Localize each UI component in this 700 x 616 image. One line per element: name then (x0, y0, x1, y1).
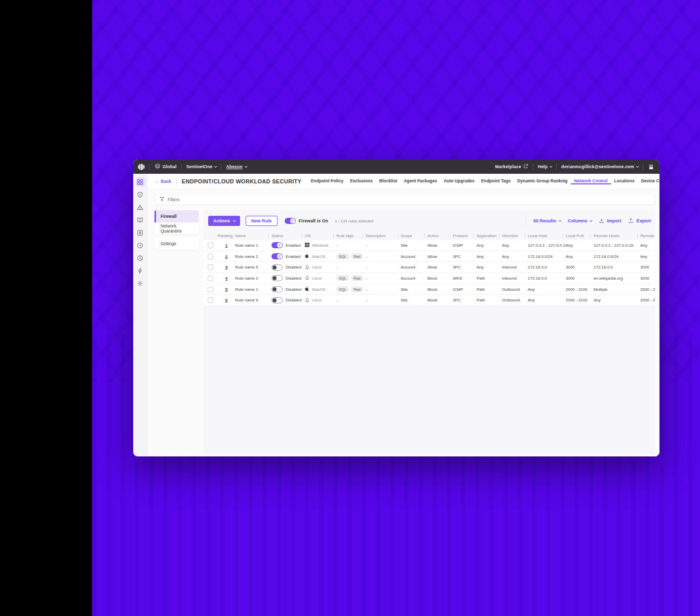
tab-locations[interactable]: Locations (611, 178, 638, 184)
ranking-link[interactable]: 3 (221, 265, 231, 270)
table-row[interactable]: 4Rule name 2DisabledLinuxSQLRed–AccountB… (204, 273, 655, 284)
import-button[interactable]: Import (599, 218, 621, 224)
history-clock-icon[interactable] (136, 241, 145, 250)
subnav-item-network-quarantine[interactable]: Network Quarantine (154, 222, 199, 235)
column-header-direction[interactable]: Direction (502, 234, 528, 239)
cell-remote-hosts: Multiple (594, 287, 640, 292)
cell-description: – (366, 265, 401, 270)
column-header-local-host[interactable]: Local Host (528, 234, 566, 239)
ranking-link[interactable]: 5 (221, 287, 231, 292)
ranking-link[interactable]: 4 (221, 276, 231, 281)
table-row[interactable]: 2Rule name 2✓EnabledMacOSSQLRed–AccountA… (204, 251, 655, 262)
row-checkbox[interactable] (208, 276, 213, 281)
subnav-item-settings[interactable]: Settings (154, 238, 199, 250)
cell-remote-port: 2000 - 2100 (640, 298, 655, 302)
tab-blocklist[interactable]: Blocklist (376, 178, 400, 184)
cell-application: Any (477, 254, 502, 259)
back-button[interactable]: ← Back (155, 179, 171, 184)
column-header-name[interactable]: Name (235, 234, 271, 239)
tab-device-control[interactable]: Device Control (638, 178, 659, 184)
actions-button[interactable]: Actions (208, 216, 240, 226)
tab-exclusions[interactable]: Exclusions (346, 178, 376, 184)
results-count-dropdown[interactable]: 50 Results (533, 218, 561, 223)
settings-gear-icon[interactable] (136, 279, 145, 288)
table-row[interactable]: 6Rule name 5DisabledLinux––SiteBlock3PCP… (204, 295, 655, 306)
tab-endpoint-policy[interactable]: Endpoint Policy (307, 178, 346, 184)
marketplace-link[interactable]: Marketplace (495, 164, 528, 170)
status-toggle[interactable]: ✓ (271, 253, 283, 259)
shield-alert-icon[interactable] (136, 190, 145, 199)
table-header-row: RankingNameStatusOSRule tagsDescriptionS… (204, 232, 655, 240)
org-menu[interactable]: SentinelOne (186, 164, 217, 169)
status-toggle[interactable]: ✓ (271, 242, 283, 248)
user-menu[interactable]: dorianmcgillick@sentinelone.com (561, 164, 638, 169)
firewall-toggle[interactable]: ✓ (285, 218, 296, 224)
cell-local-host: Any (528, 287, 566, 292)
column-header-remote-hosts[interactable]: Remote Hosts (594, 234, 640, 239)
windows-icon (305, 243, 309, 248)
cell-rule-tags: SQLRed (336, 275, 366, 281)
filters-bar[interactable]: Filters (154, 194, 655, 205)
new-rule-button[interactable]: New Rule (246, 216, 278, 226)
cell-name: Rule name 1 (235, 243, 271, 248)
status-toggle[interactable] (271, 264, 283, 271)
column-header-scope[interactable]: Scope (401, 234, 427, 239)
column-header-os[interactable]: OS (305, 234, 336, 239)
row-checkbox[interactable] (208, 243, 213, 248)
table-row[interactable]: 3Rule name 5DisabledLinux––AccountAllow3… (204, 262, 655, 273)
row-checkbox[interactable] (208, 264, 213, 270)
console-printer-icon[interactable] (648, 164, 654, 170)
status-toggle[interactable] (271, 297, 283, 303)
row-checkbox[interactable] (208, 254, 213, 259)
tab-network-control[interactable]: Network Control (571, 178, 611, 184)
column-header-rule-tags[interactable]: Rule tags (336, 234, 366, 239)
table-row[interactable]: 1Rule name 1✓EnabledWindows––SiteAllowIC… (204, 240, 655, 251)
columns-dropdown[interactable]: Columns (568, 218, 592, 223)
lightning-icon[interactable] (136, 266, 145, 275)
library-book-icon[interactable] (136, 215, 145, 224)
status-toggle[interactable] (271, 286, 283, 292)
warning-triangle-icon[interactable] (136, 203, 145, 212)
pie-chart-icon[interactable] (136, 253, 145, 262)
subnav-item-firewall[interactable]: Firewall (154, 210, 199, 222)
cell-description: – (366, 298, 401, 302)
column-header-description[interactable]: Description (366, 234, 401, 239)
help-menu[interactable]: Help (538, 164, 552, 169)
cell-local-port: 2000 - 2100 (566, 287, 594, 292)
rule-tag-chip[interactable]: Red (351, 253, 363, 259)
column-header-ranking[interactable]: Ranking (218, 234, 235, 239)
status-toggle[interactable] (271, 275, 283, 281)
rule-tag-chip[interactable]: SQL (336, 286, 349, 292)
rule-tag-chip[interactable]: SQL (336, 275, 349, 281)
tab-endpoint-tags[interactable]: Endpoint Tags (478, 178, 514, 184)
rule-tag-chip[interactable]: SQL (336, 253, 349, 259)
tab-auto-upgrades[interactable]: Auto Upgrades (440, 178, 478, 184)
table-row[interactable]: 5Rule name 1DisabledMacOSSQLRed+3–SiteBl… (204, 284, 655, 295)
row-checkbox[interactable] (208, 297, 213, 303)
policy-card-icon[interactable] (136, 228, 145, 237)
column-header-remote-port[interactable]: Remote Port (640, 234, 655, 239)
column-header-protocol[interactable]: Protocol (453, 234, 477, 239)
rule-tag-chip[interactable]: Red (351, 275, 363, 281)
column-header-action[interactable]: Action (427, 234, 453, 239)
site-menu[interactable]: Abeson (226, 164, 246, 169)
rule-tag-chip[interactable]: Red (351, 286, 363, 292)
tab-dynamic-group-ranknig[interactable]: Dynamic Group Ranknig (514, 178, 571, 184)
import-icon (599, 218, 604, 224)
column-header-status[interactable]: Status (271, 234, 305, 239)
ranking-link[interactable]: 1 (221, 243, 231, 248)
dashboard-icon[interactable] (136, 177, 145, 186)
scope-menu[interactable]: Global (154, 163, 177, 170)
column-header-application[interactable]: Application (477, 234, 502, 239)
app-topbar: Global SentinelOne Abeson Marketplace (133, 160, 659, 174)
ranking-link[interactable]: 2 (221, 254, 231, 259)
ranking-link[interactable]: 6 (221, 298, 231, 302)
empty-value: – (336, 243, 338, 248)
cell-local-port: 3000 (566, 276, 594, 281)
row-checkbox[interactable] (208, 287, 213, 292)
divider (533, 164, 533, 170)
export-button[interactable]: Export (628, 218, 651, 224)
tab-agent-packages[interactable]: Agent Packages (401, 178, 441, 184)
cell-rule-tags: SQLRed+3 (336, 286, 366, 292)
column-header-local-port[interactable]: Local Port (566, 234, 594, 239)
